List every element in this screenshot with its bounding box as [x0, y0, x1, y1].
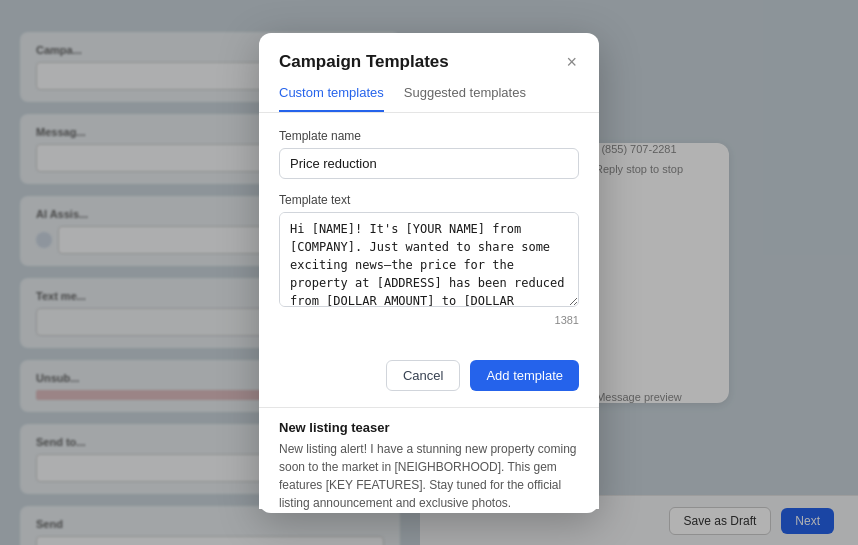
modal-title: Campaign Templates	[279, 52, 449, 72]
template-name-label: Template name	[279, 129, 579, 143]
template-text-label: Template text	[279, 193, 579, 207]
template-text-textarea[interactable]	[279, 212, 579, 307]
cancel-button[interactable]: Cancel	[386, 360, 460, 391]
template-text-new-listing: New listing alert! I have a stunning new…	[279, 440, 579, 512]
modal-tabs: Custom templates Suggested templates	[259, 73, 599, 113]
template-name-group: Template name	[279, 129, 579, 179]
template-name-new-listing: New listing teaser	[279, 420, 579, 435]
tab-suggested-templates[interactable]: Suggested templates	[404, 85, 526, 112]
tab-custom-templates[interactable]: Custom templates	[279, 85, 384, 112]
template-text-group: Template text 1381	[279, 193, 579, 326]
modal-form-body: Template name Template text 1381	[259, 113, 599, 356]
char-count: 1381	[279, 314, 579, 326]
section-divider	[259, 407, 599, 408]
modal-overlay: Campaign Templates × Custom templates Su…	[0, 0, 858, 545]
template-item-new-listing: New listing teaser New listing alert! I …	[259, 420, 599, 513]
template-name-input[interactable]	[279, 148, 579, 179]
modal-header: Campaign Templates ×	[259, 33, 599, 73]
campaign-templates-modal: Campaign Templates × Custom templates Su…	[259, 33, 599, 513]
close-button[interactable]: ×	[564, 51, 579, 73]
add-template-button[interactable]: Add template	[470, 360, 579, 391]
modal-actions: Cancel Add template	[259, 356, 599, 407]
